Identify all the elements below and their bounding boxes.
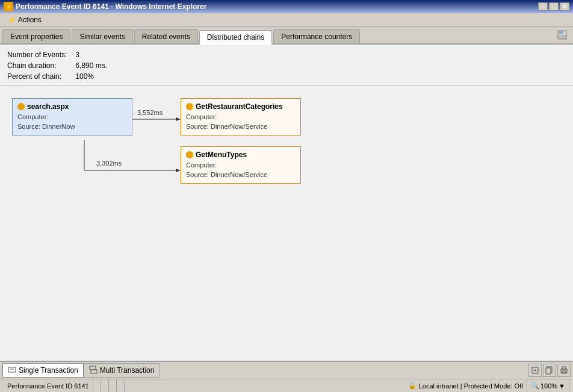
tabs-container: Event properties Similar events Related … — [0, 26, 573, 45]
save-icon[interactable] — [556, 29, 568, 41]
title-bar: ⚡ Performance Event ID 6141 - Windows In… — [0, 0, 573, 13]
events-count-value: 3 — [75, 51, 79, 59]
status-segment-3 — [101, 379, 109, 392]
menu-bar: ⚡ Actions — [0, 13, 573, 26]
actions-menu[interactable]: ⚡ Actions — [2, 14, 46, 25]
bottom-right-icons — [528, 364, 571, 377]
bottom-bar: Single Transaction Multi Transaction — [0, 361, 573, 379]
copy-button[interactable] — [543, 364, 556, 377]
status-bar: Performance Event ID 6141 🔒 Local intran… — [0, 379, 573, 392]
target-node-2[interactable]: GetMenuTypes Computer: Source: DinnerNow… — [181, 146, 301, 184]
print-button[interactable] — [557, 364, 571, 377]
window-title: Performance Event ID 6141 - Windows Inte… — [16, 2, 206, 11]
restore-button[interactable]: □ — [549, 2, 559, 11]
export-button[interactable] — [528, 364, 542, 377]
chain-duration-row: Chain duration: 6,890 ms. — [7, 60, 566, 71]
svg-rect-16 — [562, 367, 566, 369]
chain-duration-label: Chain duration: — [7, 60, 73, 71]
source-node[interactable]: search.aspx Computer: Source: DinnerNow — [12, 98, 132, 135]
svg-rect-6 — [8, 367, 16, 372]
close-button[interactable]: ✕ — [560, 2, 569, 11]
target-node-2-source: Source: DinnerNow/Service — [186, 170, 296, 179]
tab-related-events[interactable]: Related events — [134, 29, 198, 43]
multi-transaction-button[interactable]: Multi Transaction — [84, 363, 160, 378]
target-node-2-icon — [186, 151, 193, 158]
stats-section: Number of Events: 3 Chain duration: 6,89… — [0, 45, 573, 86]
svg-rect-2 — [559, 36, 566, 39]
target-node-2-title: GetMenuTypes — [186, 151, 296, 159]
status-segment-4 — [109, 379, 117, 392]
tab-similar-events[interactable]: Similar events — [72, 29, 132, 43]
status-event-id: Performance Event ID 6141 — [4, 379, 93, 392]
zoom-dropdown-icon[interactable]: ▼ — [559, 382, 565, 390]
window-controls: — □ ✕ — [538, 2, 569, 11]
tab-event-properties[interactable]: Event properties — [2, 29, 70, 43]
status-zoom: 🔍 100% ▼ — [527, 379, 569, 392]
single-transaction-button[interactable]: Single Transaction — [2, 363, 84, 378]
target-node-1-title: GetRestaurantCategories — [186, 102, 296, 111]
arrow1-label: 3,552ms — [137, 109, 163, 116]
status-security: 🔒 Local intranet | Protected Mode: Off — [404, 379, 527, 392]
percent-chain-label: Percent of chain: — [7, 71, 73, 82]
svg-rect-14 — [546, 368, 551, 374]
actions-icon: ⚡ — [7, 16, 16, 24]
status-segment-2 — [93, 379, 101, 392]
percent-chain-value: 100% — [75, 72, 94, 81]
source-node-computer: Computer: — [17, 112, 127, 122]
zoom-icon: 🔍 — [531, 382, 539, 390]
single-transaction-label: Single Transaction — [19, 366, 78, 375]
window-icon: ⚡ — [4, 2, 13, 11]
svg-rect-8 — [90, 366, 96, 370]
tab-performance-counters[interactable]: Performance counters — [273, 29, 360, 43]
svg-rect-9 — [91, 370, 97, 373]
target-node-2-computer: Computer: — [186, 160, 296, 170]
target-node-1-source: Source: DinnerNow/Service — [186, 122, 296, 131]
source-node-source: Source: DinnerNow — [17, 122, 127, 131]
target-node-1-computer: Computer: — [186, 112, 296, 122]
source-node-title: search.aspx — [17, 102, 127, 111]
multi-transaction-icon — [89, 366, 98, 376]
security-icon: 🔒 — [408, 382, 417, 390]
single-transaction-icon — [8, 366, 16, 376]
minimize-button[interactable]: — — [538, 2, 548, 11]
svg-rect-1 — [559, 31, 563, 34]
tab-distributed-chains[interactable]: Distributed chains — [199, 30, 272, 45]
source-node-icon — [17, 103, 25, 110]
events-count-label: Number of Events: — [7, 49, 73, 60]
events-count-row: Number of Events: 3 — [7, 49, 566, 60]
chain-duration-value: 6,890 ms. — [75, 61, 107, 70]
percent-chain-row: Percent of chain: 100% — [7, 71, 566, 82]
target-node-1-icon — [186, 103, 193, 110]
target-node-1[interactable]: GetRestaurantCategories Computer: Source… — [181, 98, 301, 135]
status-segment-5 — [117, 379, 125, 392]
multi-transaction-label: Multi Transaction — [100, 366, 155, 375]
arrow2-label: 3,302ms — [96, 160, 122, 167]
diagram-area: search.aspx Computer: Source: DinnerNow … — [0, 86, 573, 361]
